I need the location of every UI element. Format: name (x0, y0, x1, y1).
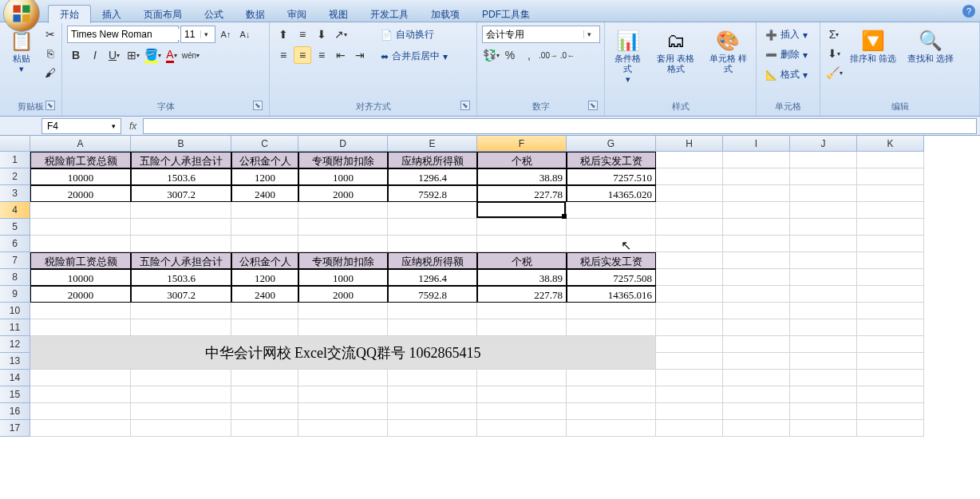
column-header-J[interactable]: J (790, 136, 857, 152)
cut-icon[interactable]: ✂ (41, 26, 59, 43)
tab-0[interactable]: 开始 (48, 5, 91, 23)
spreadsheet-grid[interactable]: ABCDEFGHIJK 1234567891011121314151617 税险… (0, 136, 980, 499)
row-header-5[interactable]: 5 (0, 219, 30, 236)
cell-D16[interactable] (298, 403, 388, 420)
cell-E11[interactable] (388, 319, 477, 336)
cell-G17[interactable] (567, 420, 656, 437)
cell-A2[interactable]: 10000 (30, 168, 131, 185)
cell-C14[interactable] (231, 370, 298, 386)
banner-cell[interactable]: 中华会计网校 Excel交流QQ群号 1062865415 (30, 336, 656, 370)
cell-H16[interactable] (656, 403, 723, 420)
cell-A3[interactable]: 20000 (30, 185, 131, 202)
row-header-1[interactable]: 1 (0, 152, 30, 168)
cell-J2[interactable] (790, 168, 857, 185)
cell-H10[interactable] (656, 303, 723, 319)
cell-A14[interactable] (30, 370, 131, 386)
row-header-16[interactable]: 16 (0, 403, 30, 420)
formula-input[interactable] (143, 118, 977, 134)
autosum-icon[interactable]: Σ▾ (825, 26, 843, 43)
cell-H2[interactable] (656, 168, 723, 185)
cell-D11[interactable] (298, 319, 388, 336)
row-header-14[interactable]: 14 (0, 370, 30, 386)
cell-A11[interactable] (30, 319, 131, 336)
orientation-icon[interactable]: ↗▾ (332, 26, 350, 43)
copy-icon[interactable]: ⎘ (41, 45, 59, 62)
cell-D1[interactable]: 专项附加扣除 (298, 152, 388, 168)
accounting-format-icon[interactable]: 💱▾ (482, 46, 500, 64)
comma-icon[interactable]: , (520, 46, 538, 64)
bold-button[interactable]: B (67, 46, 85, 64)
cell-B2[interactable]: 1503.6 (131, 168, 231, 185)
row-header-10[interactable]: 10 (0, 303, 30, 319)
cell-E7[interactable]: 应纳税所得额 (388, 252, 477, 269)
italic-button[interactable]: I (86, 46, 104, 64)
cell-E17[interactable] (388, 420, 477, 437)
cell-G2[interactable]: 7257.510 (567, 168, 656, 185)
cell-B8[interactable]: 1503.6 (131, 269, 231, 286)
column-header-A[interactable]: A (30, 136, 131, 152)
column-header-E[interactable]: E (388, 136, 477, 152)
cell-D4[interactable] (298, 202, 388, 219)
cell-I12[interactable] (723, 336, 790, 353)
cell-K16[interactable] (857, 403, 924, 420)
cell-G8[interactable]: 7257.508 (567, 269, 656, 286)
underline-button[interactable]: U▾ (105, 46, 123, 64)
cell-H13[interactable] (656, 353, 723, 370)
cell-F17[interactable] (477, 420, 567, 437)
cell-A5[interactable] (30, 219, 131, 236)
cell-I16[interactable] (723, 403, 790, 420)
row-header-6[interactable]: 6 (0, 236, 30, 252)
row-header-4[interactable]: 4 (0, 202, 30, 219)
cell-F4[interactable] (477, 202, 567, 219)
cell-F10[interactable] (477, 303, 567, 319)
cell-E8[interactable]: 1296.4 (388, 269, 477, 286)
cell-J12[interactable] (790, 336, 857, 353)
cell-C17[interactable] (231, 420, 298, 437)
cell-G14[interactable] (567, 370, 656, 386)
cell-E2[interactable]: 1296.4 (388, 168, 477, 185)
row-header-17[interactable]: 17 (0, 420, 30, 437)
cell-C15[interactable] (231, 386, 298, 403)
cell-C1[interactable]: 公积金个人 (231, 152, 298, 168)
increase-decimal-icon[interactable]: .00→ (539, 46, 557, 64)
cell-F2[interactable]: 38.89 (477, 168, 567, 185)
cell-C10[interactable] (231, 303, 298, 319)
cell-I8[interactable] (723, 269, 790, 286)
cell-D8[interactable]: 1000 (298, 269, 388, 286)
cell-B6[interactable] (131, 236, 231, 252)
cell-D14[interactable] (298, 370, 388, 386)
paste-button[interactable]: 📋 粘贴▾ (5, 26, 38, 77)
cell-K2[interactable] (857, 168, 924, 185)
cell-E5[interactable] (388, 219, 477, 236)
font-dialog-icon[interactable]: ⬊ (253, 101, 263, 110)
column-header-C[interactable]: C (231, 136, 298, 152)
cell-K13[interactable] (857, 353, 924, 370)
cell-E9[interactable]: 7592.8 (388, 286, 477, 303)
phonetic-button[interactable]: wén▾ (182, 46, 200, 64)
cell-J8[interactable] (790, 269, 857, 286)
cell-I6[interactable] (723, 236, 790, 252)
cell-C11[interactable] (231, 319, 298, 336)
merge-center-button[interactable]: ⬌ 合并后居中 ▾ (377, 47, 452, 65)
format-painter-icon[interactable]: 🖌 (41, 64, 59, 81)
cell-I11[interactable] (723, 319, 790, 336)
cell-B15[interactable] (131, 386, 231, 403)
cell-D6[interactable] (298, 236, 388, 252)
row-header-8[interactable]: 8 (0, 269, 30, 286)
row-header-3[interactable]: 3 (0, 185, 30, 202)
row-header-9[interactable]: 9 (0, 286, 30, 303)
cell-B3[interactable]: 3007.2 (131, 185, 231, 202)
column-header-H[interactable]: H (656, 136, 723, 152)
indent-increase-icon[interactable]: ⇥ (351, 46, 369, 64)
cell-F6[interactable] (477, 236, 567, 252)
tab-9[interactable]: PDF工具集 (471, 6, 541, 23)
cell-J10[interactable] (790, 303, 857, 319)
align-center-icon[interactable]: ≡ (294, 46, 311, 64)
align-right-icon[interactable]: ≡ (313, 46, 330, 64)
cell-E4[interactable] (388, 202, 477, 219)
cell-K8[interactable] (857, 269, 924, 286)
tab-5[interactable]: 审阅 (276, 6, 318, 23)
cell-B7[interactable]: 五险个人承担合计 (131, 252, 231, 269)
wrap-text-button[interactable]: 📄 自动换行 (377, 26, 452, 44)
cell-G6[interactable] (567, 236, 656, 252)
